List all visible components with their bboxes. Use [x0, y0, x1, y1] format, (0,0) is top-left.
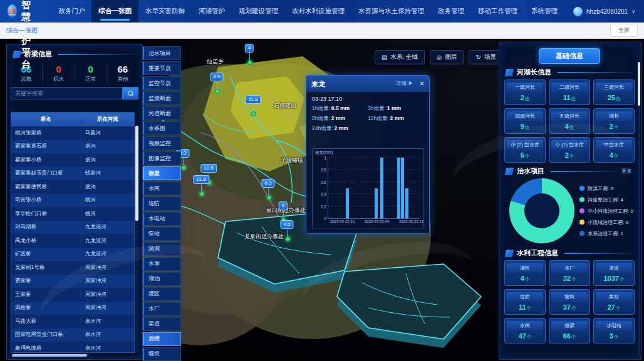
stat-card[interactable]: 二级河长11位	[549, 79, 590, 105]
layer-menu-item[interactable]: 治水项目	[143, 46, 181, 60]
layer-menu-item[interactable]: 堤防	[143, 196, 181, 210]
chart-bar[interactable]	[401, 158, 404, 218]
table-row[interactable]: 国家电网管业门口桥泉水河	[11, 328, 134, 342]
chart-bar[interactable]	[380, 158, 383, 218]
table-row[interactable]: 禹龙小桥九龙港河	[11, 234, 134, 248]
chart-bar[interactable]	[375, 188, 378, 219]
station-badge[interactable]: 6.5	[210, 73, 223, 81]
table-row[interactable]: 翟家寨赵玉贵门口桥钱家河	[11, 167, 134, 181]
nav-item[interactable]: 综合一张图	[91, 0, 138, 23]
table-row[interactable]: 司营张小桥桃河	[11, 194, 134, 208]
search-button[interactable]	[122, 87, 138, 99]
map-control-button[interactable]: ↻场景	[469, 50, 502, 64]
stat-card[interactable]: 泵站27个	[593, 289, 635, 315]
table-row[interactable]: 桃河张家桥马盈河	[11, 126, 134, 140]
layer-menu-item[interactable]: 渡槽	[143, 332, 181, 346]
bridge-name-cell: 国家电网管业门口桥	[11, 331, 81, 338]
layer-menu-item[interactable]: 河道断面	[143, 106, 181, 120]
table-row[interactable]: 吴家祠1号桥周家冲河	[11, 261, 134, 275]
map-control-button[interactable]: ▤水系: 全域	[375, 50, 425, 64]
station-badge[interactable]: 6.3	[261, 179, 274, 188]
card-value: 9位	[506, 123, 544, 131]
layer-menu-item[interactable]: 图像监控	[143, 151, 181, 165]
table-row[interactable]: 马路大桥泉水河	[11, 315, 134, 328]
layer-menu-item[interactable]: 视频监控	[143, 136, 181, 150]
layer-menu-item[interactable]: 水系图	[143, 121, 181, 135]
legend-label: 水系治理工程: 1	[588, 230, 623, 237]
stat-card[interactable]: 水厂32个	[549, 260, 590, 286]
breadcrumb[interactable]: 综合一张图	[6, 26, 38, 35]
nav-item[interactable]: 政务门户	[51, 0, 91, 23]
layer-menu-item[interactable]: 水库	[143, 257, 181, 271]
nav-item[interactable]: 水资源与水土保持管理	[351, 0, 431, 23]
layer-menu-item[interactable]: 涵洞	[143, 242, 181, 256]
stat-card[interactable]: 三级河长25位	[593, 79, 635, 105]
station-badge[interactable]: 21.8	[193, 175, 209, 184]
base-info-button[interactable]: 基础信息	[539, 48, 600, 64]
chart-bar[interactable]	[397, 158, 400, 218]
stat-card[interactable]: 灌区4个	[504, 260, 546, 286]
stat-card[interactable]: 五级河长4位	[549, 108, 590, 134]
station-badge[interactable]: 10.5	[200, 164, 217, 173]
layer-menu-item[interactable]: 泵站	[143, 227, 181, 241]
station-badge[interactable]: 11.8	[246, 95, 261, 104]
close-icon[interactable]: ×	[420, 79, 424, 88]
layer-menu-item[interactable]: 桥梁	[143, 166, 181, 180]
stat-card[interactable]: 四级河长9位	[504, 108, 546, 134]
layer-menu-item[interactable]: 湖泊	[143, 272, 181, 286]
legend-dot-icon	[579, 220, 584, 225]
fullscreen-button[interactable]: 全屏	[610, 24, 638, 37]
stat-card[interactable]: 桥梁66个	[549, 318, 590, 343]
right-panel-scrollbar[interactable]	[638, 62, 640, 355]
user-menu[interactable]: hhzb42080201 ∨	[564, 0, 644, 23]
nav-item[interactable]: 农村水利设施管理	[285, 0, 351, 23]
stat-card[interactable]: 中型水库4个	[593, 137, 635, 163]
table-row[interactable]: 翟家寨便民桥盛沟	[11, 180, 134, 194]
nav-item[interactable]: 移动工作管理	[471, 0, 524, 23]
table-row[interactable]: 象塆电缆桥泉水河	[11, 342, 134, 353]
nav-item[interactable]: 规划建设管理	[232, 0, 285, 23]
nav-item[interactable]: 系统管理	[524, 0, 564, 23]
layer-menu-item[interactable]: 灌区	[143, 287, 181, 301]
layer-menu-item[interactable]: 堰坝	[143, 347, 181, 361]
table-vertical-scrollbar[interactable]	[135, 126, 138, 352]
popup-detail-link[interactable]: 详情 ▶	[396, 80, 413, 88]
layer-menu-item[interactable]: 水厂	[143, 302, 181, 316]
layer-menu-item[interactable]: 渠道	[143, 317, 181, 331]
table-horizontal-scrollbar[interactable]	[12, 354, 87, 357]
chart-y-tick: 0	[324, 216, 326, 221]
table-row[interactable]: 翟家寨小桥盛沟	[11, 153, 134, 167]
layer-menu-item[interactable]: 监控节点	[143, 76, 181, 90]
station-badge[interactable]: 4	[245, 44, 254, 53]
station-badge[interactable]: 4.5	[280, 220, 293, 229]
station-badge[interactable]: 6	[279, 201, 288, 210]
layer-menu-item[interactable]: 水闸	[143, 181, 181, 195]
table-row[interactable]: 四姓桥周家冲河	[11, 302, 134, 315]
stat-card[interactable]: 小 (1) 型水库2个	[549, 137, 590, 163]
chart-bar[interactable]	[405, 188, 408, 219]
table-row[interactable]: 王家桥周家冲河	[11, 288, 134, 302]
table-row[interactable]: 翟家寨直石桥盛沟	[11, 140, 134, 154]
nav-item[interactable]: 政务管理	[431, 0, 471, 23]
table-row[interactable]: 刘马湖桥九龙港河	[11, 221, 134, 235]
table-row[interactable]: 矿区桥九龙港河	[11, 248, 134, 262]
stat-card[interactable]: 一级河长2位	[504, 79, 546, 105]
projects-more-link[interactable]: 更多	[621, 168, 632, 175]
stat-card[interactable]: 塘坝37个	[549, 289, 590, 315]
stat-card[interactable]: 水闸47个	[504, 318, 546, 343]
nav-item[interactable]: 河湖管护	[192, 0, 232, 23]
search-input[interactable]	[11, 87, 122, 99]
stat-card[interactable]: 堤防11个	[504, 289, 546, 315]
stat-card[interactable]: 水电站3个	[593, 318, 635, 343]
layer-menu-item[interactable]: 监测断面	[143, 91, 181, 105]
layer-menu-item[interactable]: 水电站	[143, 212, 181, 226]
chart-bar[interactable]	[346, 188, 349, 219]
nav-item[interactable]: 水旱灾害防御	[138, 0, 192, 23]
stat-card[interactable]: 渠道1037个	[593, 260, 635, 286]
stat-card[interactable]: 小 (2) 型水库5个	[504, 137, 546, 163]
layer-menu-item[interactable]: 重要节点	[143, 61, 181, 75]
table-row[interactable]: 李学松门口桥桃河	[11, 207, 134, 221]
map-control-button[interactable]: ◎图层	[430, 50, 464, 64]
stat-card[interactable]: 湖长2个	[593, 108, 635, 134]
table-row[interactable]: 贾家桥周家冲河	[11, 275, 134, 288]
